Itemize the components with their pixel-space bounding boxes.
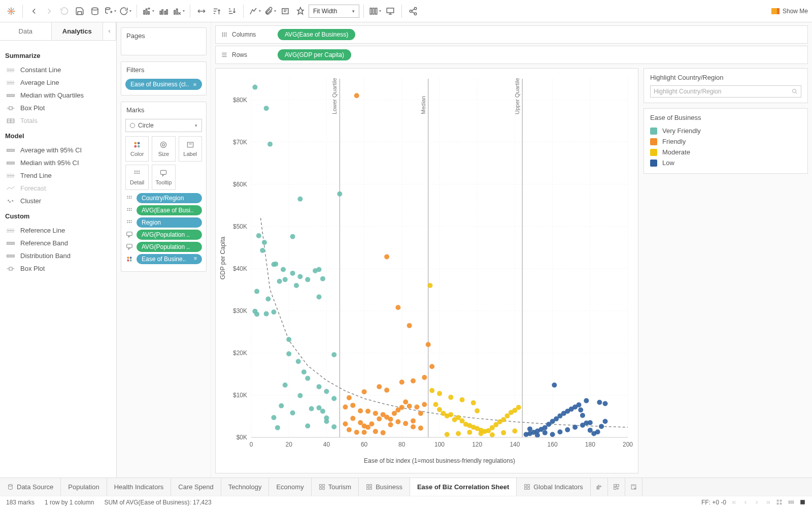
data-point[interactable] (365, 409, 370, 414)
data-point[interactable] (456, 431, 461, 436)
data-point[interactable] (297, 393, 302, 398)
data-point[interactable] (252, 85, 257, 90)
data-point[interactable] (296, 359, 301, 364)
data-point[interactable] (286, 352, 291, 357)
marks-type-select[interactable]: Circle (125, 119, 202, 132)
data-point[interactable] (501, 417, 506, 422)
tab-analytics[interactable]: Analytics (52, 22, 104, 40)
new-dashboard-button[interactable] (608, 478, 625, 496)
analytics-item[interactable]: Median with Quartiles (5, 89, 111, 102)
data-point[interactable] (392, 411, 397, 416)
analytics-item[interactable]: Trend Line (5, 169, 111, 182)
highlight-dropdown-icon[interactable] (248, 4, 262, 18)
data-point[interactable] (354, 93, 359, 98)
data-point[interactable] (290, 234, 295, 239)
data-point[interactable] (403, 421, 408, 426)
data-point[interactable] (384, 415, 389, 420)
collapse-sidepanel-icon[interactable]: ‹ (103, 22, 116, 40)
data-point[interactable] (290, 271, 295, 276)
mark-pill[interactable]: AVG(Population .. (125, 230, 202, 240)
data-point[interactable] (347, 427, 352, 432)
analytics-item[interactable]: Box Plot (5, 102, 111, 114)
data-point[interactable] (597, 400, 602, 405)
data-point[interactable] (456, 415, 461, 420)
data-point[interactable] (281, 267, 286, 272)
sheet-tab[interactable]: Ease of Biz Correlation Sheet (410, 478, 517, 496)
single-view-icon[interactable] (799, 499, 806, 505)
analytics-item[interactable]: Average with 95% CI (5, 144, 111, 156)
data-point[interactable] (384, 388, 389, 393)
new-data-icon[interactable] (88, 4, 102, 18)
data-point[interactable] (260, 248, 265, 253)
next-icon[interactable] (754, 499, 760, 505)
data-point[interactable] (580, 423, 585, 428)
data-point[interactable] (505, 414, 510, 419)
data-point[interactable] (331, 352, 336, 357)
data-point[interactable] (411, 419, 416, 424)
data-point[interactable] (256, 233, 261, 238)
sort-asc-icon[interactable] (210, 4, 224, 18)
data-point[interactable] (426, 342, 431, 347)
data-point[interactable] (297, 274, 302, 279)
sheet-tab[interactable]: Economy (269, 478, 311, 496)
presentation-icon[interactable] (383, 4, 397, 18)
data-point[interactable] (543, 425, 548, 430)
pages-card[interactable]: Pages (121, 27, 207, 55)
data-point[interactable] (343, 421, 348, 426)
data-point[interactable] (297, 197, 302, 202)
data-point[interactable] (279, 403, 284, 408)
grid-view-icon[interactable] (776, 499, 783, 505)
data-point[interactable] (572, 425, 578, 430)
data-point[interactable] (429, 388, 434, 393)
mark-pill[interactable]: Region (125, 217, 202, 228)
share-icon[interactable] (406, 4, 420, 18)
data-point[interactable] (512, 429, 517, 434)
data-point[interactable] (433, 402, 438, 407)
legend-item[interactable]: Very Friendly (650, 125, 801, 136)
data-point[interactable] (373, 429, 378, 434)
swap-icon[interactable] (194, 4, 209, 18)
data-point[interactable] (262, 240, 267, 245)
data-point[interactable] (301, 369, 307, 374)
data-point[interactable] (580, 413, 585, 418)
data-point[interactable] (373, 411, 378, 416)
filter-pill-ease[interactable]: Ease of Business (cl..≡ (125, 79, 202, 90)
columns-shelf[interactable]: Columns AVG(Ease of Business) (215, 25, 808, 44)
mark-label[interactable]: Label (179, 136, 202, 162)
data-point[interactable] (411, 378, 416, 384)
refresh-dropdown-icon[interactable] (118, 4, 132, 18)
prev-icon[interactable] (742, 499, 749, 505)
mark-size[interactable]: Size (152, 136, 175, 162)
columns-pill[interactable]: AVG(Ease of Business) (278, 29, 355, 40)
data-point[interactable] (395, 305, 400, 310)
scatter-chart[interactable]: $0K$10K$20K$30K$40K$50K$60K$70K$80K02040… (216, 69, 638, 473)
rows-shelf[interactable]: Rows AVG(GDP per Capita) (215, 46, 808, 64)
mark-pill[interactable]: Ease of Busine..≡ (125, 254, 202, 264)
data-point[interactable] (437, 407, 442, 412)
filters-card[interactable]: Filters Ease of Business (cl..≡ (121, 61, 207, 96)
data-point[interactable] (550, 432, 555, 437)
data-point[interactable] (384, 255, 389, 260)
data-point[interactable] (265, 297, 270, 302)
data-point[interactable] (273, 262, 278, 267)
data-point[interactable] (516, 405, 521, 410)
filmstrip-view-icon[interactable] (788, 499, 794, 505)
data-point[interactable] (305, 376, 310, 381)
sheet-tab[interactable]: Health Indicators (107, 478, 172, 496)
sheet-tab[interactable]: Technology (221, 478, 269, 496)
rows-pill[interactable]: AVG(GDP per Capita) (278, 49, 351, 60)
data-point[interactable] (552, 383, 557, 388)
data-point[interactable] (501, 430, 506, 435)
last-icon[interactable] (765, 499, 771, 505)
legend-item[interactable]: Low (650, 157, 801, 168)
highlight-input[interactable]: Highlight Country/Region (650, 85, 801, 98)
data-point[interactable] (427, 283, 432, 288)
data-point[interactable] (354, 430, 359, 435)
show-me-button[interactable]: Show Me (771, 8, 808, 15)
analytics-item[interactable]: Constant Line (5, 64, 111, 76)
data-point[interactable] (460, 397, 465, 402)
data-point[interactable] (527, 426, 532, 431)
data-point[interactable] (460, 419, 465, 424)
data-point[interactable] (324, 419, 329, 424)
data-point[interactable] (320, 276, 325, 281)
